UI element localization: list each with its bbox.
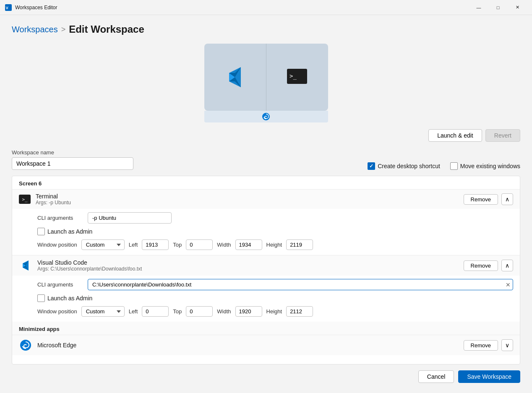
terminal-width-label: Width: [217, 242, 231, 248]
terminal-preview-icon: >_: [285, 65, 309, 89]
move-windows-label: Move existing windows: [460, 163, 520, 169]
vscode-app-args: Args: C:\Users\connorplante\Downloads\fo…: [37, 266, 459, 272]
terminal-collapse-button[interactable]: ∧: [501, 193, 513, 205]
preview-monitor: >_: [204, 44, 328, 111]
apps-scroll-area[interactable]: Screen 6 >_ Terminal Args: -p Ubuntu Rem…: [12, 176, 520, 364]
terminal-height-label: Height: [266, 242, 282, 248]
title-bar-label: Workspaces Editor: [15, 5, 469, 10]
vscode-header-row: Visual Studio Code Args: C:\Users\connor…: [12, 255, 520, 276]
vscode-left-label: Left: [129, 308, 138, 315]
terminal-app-details: CLI arguments Launch as Admin Window pos…: [12, 209, 520, 255]
edge-taskbar-icon: [262, 112, 270, 121]
edge-collapse-button[interactable]: ∨: [501, 339, 513, 351]
terminal-header-row: >_ Terminal Args: -p Ubuntu Remove ∧: [12, 190, 520, 209]
vscode-cli-wrap: ✕: [88, 279, 513, 290]
edge-app-actions: Remove ∨: [464, 339, 513, 351]
vscode-height-input[interactable]: [286, 306, 313, 317]
breadcrumb-current: Edit Workspace: [69, 23, 144, 35]
svg-text:W: W: [6, 6, 8, 10]
vscode-admin-checkbox[interactable]: Launch as Admin: [37, 294, 92, 302]
create-shortcut-checkbox-box[interactable]: [368, 162, 375, 170]
terminal-cli-label: CLI arguments: [37, 215, 83, 221]
terminal-admin-label: Launch as Admin: [47, 228, 92, 235]
vscode-cli-clear-button[interactable]: ✕: [506, 281, 511, 288]
terminal-top-label: Top: [173, 242, 182, 248]
vscode-remove-button[interactable]: Remove: [464, 260, 498, 271]
svg-text:>_: >_: [289, 73, 297, 80]
terminal-cli-input[interactable]: [88, 212, 172, 224]
title-bar: W Workspaces Editor — □ ✕: [0, 0, 532, 15]
terminal-position-select[interactable]: Custom Maximized Minimized: [81, 239, 125, 250]
app-icon: W: [5, 4, 12, 11]
main-content: Workspaces > Edit Workspace: [0, 15, 532, 393]
options-row: Create desktop shortcut Move existing wi…: [368, 162, 520, 170]
terminal-cli-row: CLI arguments: [37, 212, 513, 224]
terminal-app-args: Args: -p Ubuntu: [36, 200, 459, 206]
edge-app-name: Microsoft Edge: [37, 342, 459, 349]
app-item-terminal: >_ Terminal Args: -p Ubuntu Remove ∧ CLI…: [12, 189, 520, 255]
terminal-app-actions: Remove ∧: [464, 193, 513, 205]
terminal-position-label: Window position: [37, 242, 77, 248]
revert-button[interactable]: Revert: [485, 129, 520, 142]
create-shortcut-label: Create desktop shortcut: [378, 163, 440, 169]
workspace-preview: >_: [12, 44, 520, 122]
app-item-edge: Microsoft Edge Remove ∨: [12, 335, 520, 355]
window-controls: — □ ✕: [469, 0, 527, 15]
launch-edit-button[interactable]: Launch & edit: [428, 129, 482, 142]
terminal-left-input[interactable]: [142, 239, 169, 250]
workspace-name-input[interactable]: [12, 157, 133, 170]
edge-app-icon: [19, 338, 32, 352]
app-item-vscode: Visual Studio Code Args: C:\Users\connor…: [12, 255, 520, 322]
preview-taskbar: [204, 111, 328, 122]
vscode-app-details: CLI arguments ✕ Launch as Admin Window p…: [12, 276, 520, 322]
preview-pane-vscode: [204, 44, 266, 111]
minimize-button[interactable]: —: [469, 0, 488, 15]
terminal-left-label: Left: [129, 242, 138, 248]
vscode-app-actions: Remove ∧: [464, 260, 513, 271]
vscode-height-label: Height: [266, 308, 282, 315]
terminal-app-info: Terminal Args: -p Ubuntu: [36, 193, 459, 206]
vscode-width-input[interactable]: [235, 306, 262, 317]
breadcrumb: Workspaces > Edit Workspace: [12, 23, 520, 35]
vscode-preview-icon: [223, 65, 247, 89]
move-windows-checkbox[interactable]: Move existing windows: [450, 162, 520, 170]
maximize-button[interactable]: □: [488, 0, 508, 15]
terminal-admin-checkbox[interactable]: Launch as Admin: [37, 228, 92, 235]
vscode-cli-input[interactable]: [88, 279, 513, 290]
move-windows-checkbox-box[interactable]: [450, 162, 458, 170]
breadcrumb-parent[interactable]: Workspaces: [12, 25, 58, 34]
cancel-button[interactable]: Cancel: [418, 370, 454, 383]
terminal-admin-checkbox-box[interactable]: [37, 228, 45, 235]
preview-pane-terminal: >_: [266, 44, 328, 111]
vscode-cli-row: CLI arguments ✕: [37, 279, 513, 290]
vscode-admin-label: Launch as Admin: [47, 295, 92, 302]
terminal-top-input[interactable]: [186, 239, 213, 250]
vscode-position-select[interactable]: Custom Maximized Minimized: [81, 306, 125, 317]
vscode-top-label: Top: [173, 308, 182, 315]
terminal-width-input[interactable]: [235, 239, 262, 250]
workspace-name-label: Workspace name: [12, 149, 133, 156]
terminal-app-name: Terminal: [36, 193, 459, 200]
vscode-width-label: Width: [217, 308, 231, 315]
vscode-app-icon: [19, 259, 32, 272]
vscode-admin-row: Launch as Admin: [37, 294, 513, 302]
minimized-section-header: Minimized apps: [12, 322, 520, 335]
vscode-position-label: Window position: [37, 308, 77, 315]
close-button[interactable]: ✕: [508, 0, 527, 15]
terminal-remove-button[interactable]: Remove: [464, 194, 498, 205]
vscode-collapse-button[interactable]: ∧: [501, 260, 513, 271]
terminal-height-input[interactable]: [286, 239, 313, 250]
workspace-name-field: Workspace name: [12, 149, 133, 170]
edge-app-info: Microsoft Edge: [37, 342, 459, 349]
breadcrumb-separator: >: [61, 25, 66, 34]
vscode-cli-label: CLI arguments: [37, 281, 83, 288]
vscode-admin-checkbox-box[interactable]: [37, 294, 45, 302]
edge-remove-button[interactable]: Remove: [464, 340, 498, 351]
vscode-app-info: Visual Studio Code Args: C:\Users\connor…: [37, 259, 459, 272]
vscode-app-name: Visual Studio Code: [37, 259, 459, 266]
vscode-top-input[interactable]: [186, 306, 213, 317]
terminal-admin-row: Launch as Admin: [37, 228, 513, 235]
create-shortcut-checkbox[interactable]: Create desktop shortcut: [368, 162, 440, 170]
vscode-left-input[interactable]: [142, 306, 169, 317]
save-workspace-button[interactable]: Save Workspace: [458, 370, 520, 383]
